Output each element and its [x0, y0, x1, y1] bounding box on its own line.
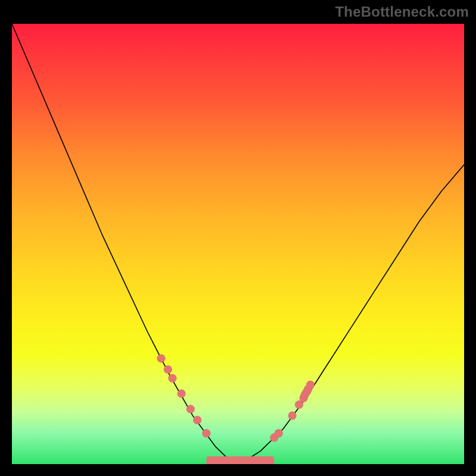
highlight-dot [193, 416, 202, 424]
highlight-dot [177, 390, 186, 398]
bottleneck-curve [12, 24, 464, 464]
highlight-dot [274, 429, 283, 437]
highlight-dot [306, 381, 315, 389]
chart-frame: TheBottleneck.com [0, 0, 476, 476]
highlight-dot [186, 405, 195, 414]
plot-area [12, 24, 464, 464]
curve-svg [12, 24, 464, 464]
watermark-text: TheBottleneck.com [335, 4, 469, 20]
highlight-dots [157, 354, 315, 441]
highlight-dot [168, 374, 177, 383]
basin-band [206, 456, 274, 464]
highlight-dot [157, 354, 165, 362]
highlight-dot [288, 412, 296, 420]
highlight-dot [202, 429, 211, 437]
highlight-dot [164, 365, 172, 374]
